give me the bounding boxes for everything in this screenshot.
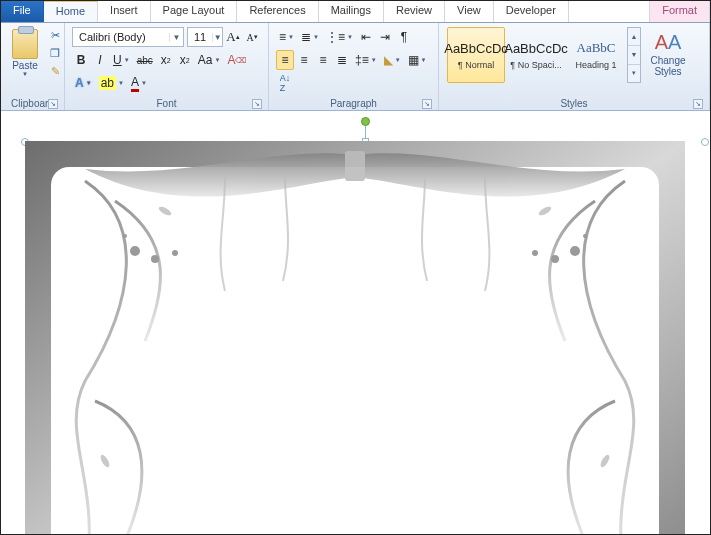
rotate-handle[interactable]: [361, 117, 370, 126]
font-size-combo[interactable]: 11 ▼: [187, 27, 223, 47]
subscript-button[interactable]: x2: [157, 50, 175, 70]
tab-file[interactable]: File: [1, 1, 44, 22]
justify-icon: ≣: [337, 53, 347, 67]
style-preview: AaBbCcDc: [444, 41, 508, 56]
borders-button[interactable]: ▦▼: [405, 50, 430, 70]
tab-home[interactable]: Home: [44, 1, 98, 22]
tab-developer[interactable]: Developer: [494, 1, 569, 22]
paste-icon: [12, 29, 38, 59]
styles-launcher[interactable]: ↘: [693, 99, 703, 109]
italic-button[interactable]: I: [91, 50, 109, 70]
tab-page-layout[interactable]: Page Layout: [151, 1, 238, 22]
tab-insert[interactable]: Insert: [98, 1, 151, 22]
font-name-combo[interactable]: Calibri (Body) ▼: [72, 27, 184, 47]
style-no-spacing[interactable]: AaBbCcDc ¶ No Spaci...: [507, 27, 565, 83]
superscript-button[interactable]: x2: [176, 50, 194, 70]
svg-point-7: [551, 255, 559, 263]
font-name-value: Calibri (Body): [73, 31, 169, 43]
style-heading1[interactable]: AaBbC Heading 1: [567, 27, 625, 83]
document-area[interactable]: [1, 111, 710, 534]
format-painter-button[interactable]: ✎: [47, 63, 63, 79]
styles-scroll-up[interactable]: ▲: [628, 28, 640, 46]
change-case-button[interactable]: Aa▼: [195, 50, 224, 70]
styles-gallery-scroll: ▲ ▼ ▾: [627, 27, 641, 83]
shading-button[interactable]: ◣▼: [381, 50, 404, 70]
tab-strip: File Home Insert Page Layout References …: [1, 1, 710, 23]
bucket-icon: ◣: [384, 53, 393, 67]
sort-icon: A↓Z: [280, 73, 291, 93]
styles-expand[interactable]: ▾: [628, 65, 640, 82]
page: [25, 141, 685, 534]
cut-button[interactable]: ✂: [47, 27, 63, 43]
tab-format[interactable]: Format: [649, 1, 710, 22]
align-center-button[interactable]: ≡: [295, 50, 313, 70]
font-size-dropdown-icon[interactable]: ▼: [212, 33, 222, 42]
tab-review[interactable]: Review: [384, 1, 445, 22]
inc-indent-button[interactable]: ⇥: [376, 27, 394, 47]
group-label-clipboard: Clipboard↘: [5, 98, 60, 110]
strike-button[interactable]: abc: [134, 50, 156, 70]
style-caption: ¶ No Spaci...: [510, 60, 561, 70]
paragraph-launcher[interactable]: ↘: [422, 99, 432, 109]
change-styles-label: Change Styles: [647, 55, 689, 77]
highlight-button[interactable]: ab▼: [96, 73, 127, 93]
align-left-icon: ≡: [281, 53, 288, 67]
group-label-styles: Styles↘: [443, 98, 705, 110]
change-styles-button[interactable]: AA Change Styles: [647, 27, 689, 77]
multilevel-icon: ⋮≡: [326, 30, 345, 44]
tab-mailings[interactable]: Mailings: [319, 1, 384, 22]
font-launcher[interactable]: ↘: [252, 99, 262, 109]
align-right-button[interactable]: ≡: [314, 50, 332, 70]
ribbon: Paste ▼ ✂ ❐ ✎ Clipboard↘ Calibri (Body) …: [1, 23, 710, 111]
underline-button[interactable]: U▼: [110, 50, 133, 70]
numbering-icon: ≣: [301, 30, 311, 44]
style-preview: AaBbCcDc: [504, 41, 568, 56]
shrink-font-button[interactable]: A▾: [243, 27, 261, 47]
show-marks-button[interactable]: ¶: [395, 27, 413, 47]
decorative-border-image[interactable]: [25, 141, 685, 534]
align-right-icon: ≡: [319, 53, 326, 67]
copy-button[interactable]: ❐: [47, 45, 63, 61]
handle-top-right[interactable]: [701, 138, 709, 146]
group-styles: AaBbCcDc ¶ Normal AaBbCcDc ¶ No Spaci...…: [439, 23, 710, 110]
line-spacing-icon: ‡≡: [355, 53, 369, 67]
svg-point-5: [172, 250, 178, 256]
font-color-button[interactable]: A▼: [128, 73, 150, 93]
styles-scroll-down[interactable]: ▼: [628, 46, 640, 64]
style-preview: AaBbC: [577, 40, 616, 56]
justify-button[interactable]: ≣: [333, 50, 351, 70]
font-name-dropdown-icon[interactable]: ▼: [169, 33, 183, 42]
bullets-button[interactable]: ≡▼: [276, 27, 297, 47]
grow-font-button[interactable]: A▴: [224, 27, 242, 47]
font-size-value: 11: [188, 31, 212, 43]
svg-point-9: [123, 234, 127, 238]
clipboard-launcher[interactable]: ↘: [48, 99, 58, 109]
line-spacing-button[interactable]: ‡≡▼: [352, 50, 380, 70]
text-effects-button[interactable]: A▼: [72, 73, 95, 93]
clear-formatting-button[interactable]: A⌫: [224, 50, 249, 70]
bold-button[interactable]: B: [72, 50, 90, 70]
style-caption: Heading 1: [575, 60, 616, 70]
svg-point-10: [583, 234, 587, 238]
svg-point-6: [570, 246, 580, 256]
svg-point-3: [130, 246, 140, 256]
paste-button[interactable]: Paste ▼: [7, 27, 43, 79]
pilcrow-icon: ¶: [401, 30, 407, 44]
tab-references[interactable]: References: [237, 1, 318, 22]
dec-indent-button[interactable]: ⇤: [357, 27, 375, 47]
group-paragraph: ≡▼ ≣▼ ⋮≡▼ ⇤ ⇥ ¶ ≡ ≡ ≡ ≣ ‡≡▼ ◣▼ ▦▼ A↓Z Pa…: [269, 23, 439, 110]
group-label-font: Font↘: [69, 98, 264, 110]
tab-view[interactable]: View: [445, 1, 494, 22]
style-normal[interactable]: AaBbCcDc ¶ Normal: [447, 27, 505, 83]
group-clipboard: Paste ▼ ✂ ❐ ✎ Clipboard↘: [1, 23, 65, 110]
sort-button[interactable]: A↓Z: [276, 73, 294, 93]
numbering-button[interactable]: ≣▼: [298, 27, 322, 47]
align-left-button[interactable]: ≡: [276, 50, 294, 70]
svg-rect-2: [345, 151, 365, 181]
align-center-icon: ≡: [300, 53, 307, 67]
paste-label: Paste: [12, 60, 38, 71]
multilevel-button[interactable]: ⋮≡▼: [323, 27, 356, 47]
inc-indent-icon: ⇥: [380, 30, 390, 44]
borders-icon: ▦: [408, 53, 419, 67]
paste-dropdown-icon[interactable]: ▼: [22, 71, 28, 77]
